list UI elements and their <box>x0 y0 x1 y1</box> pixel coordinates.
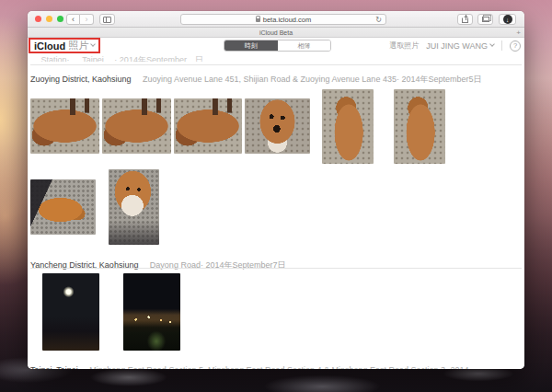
traffic-lights <box>35 16 63 22</box>
close-window-button[interactable] <box>35 16 41 22</box>
reload-button[interactable]: ↻ <box>375 16 382 24</box>
url-text: beta.icloud.com <box>263 16 312 24</box>
select-photos-button[interactable]: 選取照片 <box>389 40 419 51</box>
sidebar-icon <box>103 17 111 23</box>
tab-moments[interactable]: 時刻 <box>224 40 278 51</box>
zoom-window-button[interactable] <box>57 16 63 22</box>
tab-overview-icon <box>482 17 489 22</box>
forward-icon: › <box>86 16 88 24</box>
moment-header-taipei: Taipei, Taipei Minsheng East Road Sectio… <box>30 360 522 369</box>
moment-header-yancheng: Yancheng District, Kaohsiung Dayong Road… <box>30 255 522 271</box>
moment-location: Zuoying District, Kaohsiung <box>30 75 132 84</box>
back-icon: ‹ <box>72 16 75 24</box>
safari-window: ‹ › beta.icloud.com ↻ ↓ iCloud Beta + iC… <box>28 11 524 369</box>
view-toggle: 時刻 相簿 <box>224 40 331 52</box>
back-button[interactable]: ‹ <box>66 14 80 25</box>
photo-dog-looking-up[interactable] <box>245 98 310 154</box>
photo-dog-topdown-2[interactable] <box>394 89 445 164</box>
help-button[interactable]: ? <box>510 40 521 52</box>
downloads-button[interactable]: ↓ <box>499 14 516 25</box>
divider <box>30 268 522 269</box>
divider <box>501 40 502 51</box>
photo-moon-night-sky[interactable] <box>42 273 99 351</box>
photo-dog-face[interactable] <box>109 169 159 245</box>
annotation-highlight-box: iCloud 照片 <box>29 38 100 53</box>
photo-city-night-skyline[interactable] <box>123 273 180 351</box>
photo-dog-topdown-1[interactable] <box>322 89 374 164</box>
tab-bar: iCloud Beta + <box>28 28 524 38</box>
icloud-logo[interactable]: iCloud <box>34 40 65 52</box>
lock-icon <box>256 18 260 22</box>
minimize-window-button[interactable] <box>46 16 52 22</box>
chevron-down-icon[interactable] <box>90 41 96 47</box>
moment-location: Taipei, Taipei <box>30 365 78 369</box>
app-switcher-label[interactable]: 照片 <box>68 39 88 52</box>
share-icon <box>462 17 468 23</box>
clipped-moment-header: … Station· … Taipei …· 2014年September…日 <box>30 53 522 62</box>
sidebar-button[interactable] <box>99 14 115 25</box>
moment-details: Minsheng East Road Section 5, Minsheng E… <box>89 365 477 369</box>
moments-scroll-area[interactable]: … Station· … Taipei …· 2014年September…日 … <box>28 53 524 369</box>
nav-buttons: ‹ › <box>66 14 94 25</box>
share-button[interactable] <box>457 14 473 25</box>
account-menu[interactable]: JUI JING WANG <box>426 41 494 51</box>
photo-dog-lying-1[interactable] <box>30 98 99 154</box>
account-name: JUI JING WANG <box>426 41 488 51</box>
browser-toolbar: ‹ › beta.icloud.com ↻ ↓ <box>28 11 524 28</box>
new-tab-button[interactable]: + <box>516 29 521 37</box>
download-icon: ↓ <box>503 15 512 24</box>
moment-header-zuoying: Zuoying District, Kaohsiung Zuoying Aven… <box>30 69 522 86</box>
icloud-photos-header: iCloud 照片 時刻 相簿 選取照片 JUI JING WANG ? <box>28 38 524 53</box>
divider <box>30 64 522 65</box>
moment-details: Zuoying Avenue Lane 451, Shijian Road & … <box>143 75 481 84</box>
address-bar[interactable]: beta.icloud.com ↻ <box>180 14 386 25</box>
tab-albums[interactable]: 相簿 <box>278 40 331 51</box>
photo-dog-lying-2[interactable] <box>102 98 171 154</box>
chevron-down-icon <box>489 41 495 47</box>
forward-button[interactable]: › <box>80 14 94 25</box>
photo-dog-walking[interactable] <box>30 179 96 235</box>
photo-dog-lying-3[interactable] <box>174 98 242 154</box>
tab-overview-button[interactable] <box>477 14 493 25</box>
header-right-controls: 選取照片 JUI JING WANG ? <box>389 38 521 53</box>
tab-icloud-beta[interactable]: iCloud Beta <box>28 29 524 36</box>
